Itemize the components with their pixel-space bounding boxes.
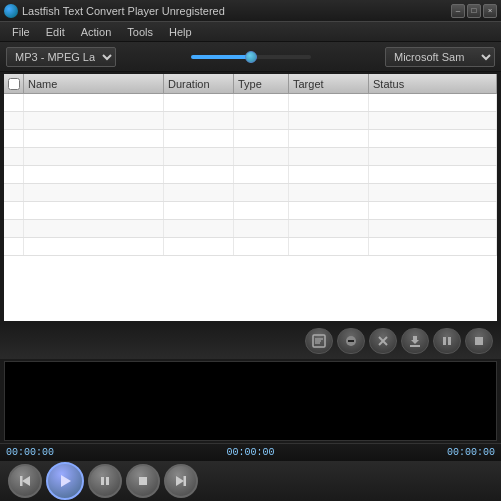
svg-rect-13: [20, 476, 23, 486]
table-row: [4, 220, 497, 238]
col-target-header: Target: [289, 74, 369, 93]
playback-bar: [0, 461, 501, 501]
pause-action-button[interactable]: [433, 328, 461, 354]
clear-icon: [376, 334, 390, 348]
svg-rect-15: [101, 477, 104, 485]
col-check-header: [4, 74, 24, 93]
col-name-header: Name: [24, 74, 164, 93]
clear-button[interactable]: [369, 328, 397, 354]
select-all-checkbox[interactable]: [8, 78, 20, 90]
time-mid: 00:00:00: [226, 447, 274, 458]
svg-rect-9: [443, 337, 446, 345]
prev-button[interactable]: [8, 464, 42, 498]
table-row: [4, 184, 497, 202]
content-area: Name Duration Type Target Status: [0, 72, 501, 501]
minimize-button[interactable]: –: [451, 4, 465, 18]
toolbar: MP3 - MPEG LayerWAVOGGAAC Microsoft SamM…: [0, 42, 501, 72]
voice-select[interactable]: Microsoft SamMicrosoft MaryMicrosoft Mik…: [385, 47, 495, 67]
waveform-display: [4, 361, 497, 441]
time-start: 00:00:00: [6, 447, 54, 458]
play-button[interactable]: [46, 462, 84, 500]
menu-action[interactable]: Action: [73, 24, 120, 40]
table-row: [4, 202, 497, 220]
col-type-header: Type: [234, 74, 289, 93]
play-icon: [57, 473, 73, 489]
table-row: [4, 148, 497, 166]
file-list-body: [4, 94, 497, 321]
close-button[interactable]: ×: [483, 4, 497, 18]
volume-thumb[interactable]: [245, 51, 257, 63]
col-duration-header: Duration: [164, 74, 234, 93]
pause-button[interactable]: [88, 464, 122, 498]
remove-button[interactable]: [337, 328, 365, 354]
file-list-header: Name Duration Type Target Status: [4, 74, 497, 94]
svg-rect-11: [475, 337, 483, 345]
volume-slider[interactable]: [191, 55, 311, 59]
window-controls: – □ ×: [451, 4, 497, 18]
action-bar: [0, 323, 501, 359]
stop-action-button[interactable]: [465, 328, 493, 354]
time-bar: 00:00:00 00:00:00 00:00:00: [0, 443, 501, 461]
stop-button[interactable]: [126, 464, 160, 498]
stop-icon: [136, 474, 150, 488]
next-icon: [174, 474, 188, 488]
prev-icon: [18, 474, 32, 488]
convert-icon: [312, 334, 326, 348]
menu-tools[interactable]: Tools: [119, 24, 161, 40]
table-row: [4, 112, 497, 130]
svg-rect-10: [448, 337, 451, 345]
stop-action-icon: [472, 334, 486, 348]
menu-bar: File Edit Action Tools Help: [0, 22, 501, 42]
save-button[interactable]: [401, 328, 429, 354]
pause-action-icon: [440, 334, 454, 348]
app-icon: [4, 4, 18, 18]
title-bar: Lastfish Text Convert Player Unregistere…: [0, 0, 501, 22]
svg-rect-8: [410, 345, 420, 347]
menu-help[interactable]: Help: [161, 24, 200, 40]
waveform-svg: [21, 366, 481, 436]
col-status-header: Status: [369, 74, 497, 93]
menu-file[interactable]: File: [4, 24, 38, 40]
svg-rect-17: [139, 477, 147, 485]
convert-button[interactable]: [305, 328, 333, 354]
pause-icon: [98, 474, 112, 488]
next-button[interactable]: [164, 464, 198, 498]
save-icon: [408, 334, 422, 348]
svg-marker-12: [22, 476, 30, 486]
maximize-button[interactable]: □: [467, 4, 481, 18]
menu-edit[interactable]: Edit: [38, 24, 73, 40]
table-row: [4, 130, 497, 148]
svg-rect-16: [106, 477, 109, 485]
app-window: Lastfish Text Convert Player Unregistere…: [0, 0, 501, 501]
remove-icon: [344, 334, 358, 348]
table-row: [4, 94, 497, 112]
svg-marker-18: [176, 476, 184, 486]
time-end: 00:00:00: [447, 447, 495, 458]
format-select[interactable]: MP3 - MPEG LayerWAVOGGAAC: [6, 47, 116, 67]
file-section: Name Duration Type Target Status: [4, 74, 497, 321]
table-row: [4, 166, 497, 184]
window-title: Lastfish Text Convert Player Unregistere…: [22, 5, 451, 17]
svg-marker-14: [61, 475, 71, 487]
svg-rect-19: [184, 476, 187, 486]
table-row: [4, 238, 497, 256]
